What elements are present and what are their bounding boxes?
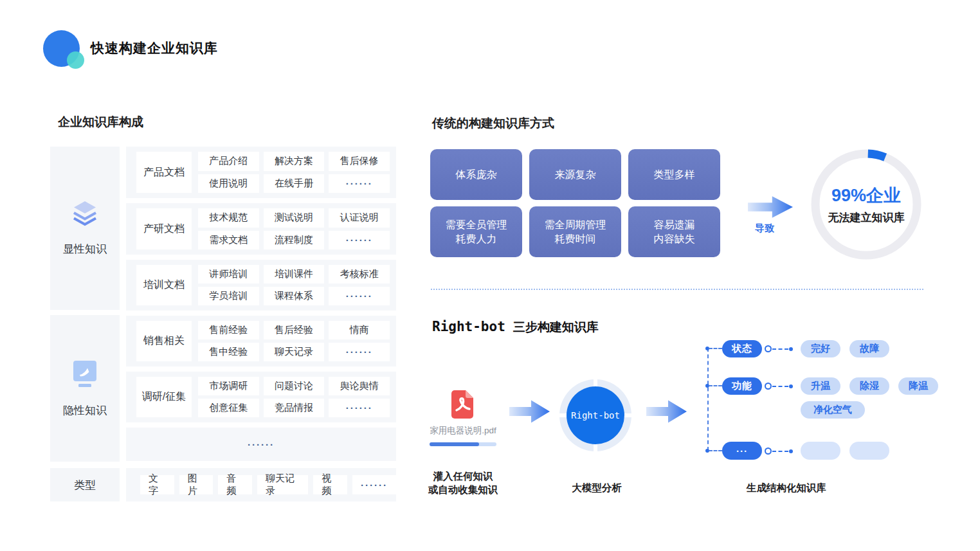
pill-cool: 降温	[898, 377, 938, 395]
kb-cell: 售后经验	[264, 321, 325, 339]
kb-cell: 需求文档	[198, 231, 259, 250]
kb-cell: 测试说明	[264, 208, 325, 228]
kb-cell: 培训课件	[264, 265, 325, 284]
kb-cell: 在线手册	[264, 174, 325, 194]
rightbot-title: Right-bot三步构建知识库	[432, 319, 599, 336]
pill-dehumidify: 除湿	[849, 377, 889, 395]
rightbot-title-en: Right-bot	[432, 319, 505, 334]
branch-connector	[765, 447, 793, 455]
problem-line: 需全周期管理	[545, 218, 606, 232]
kb-cell: 情商	[329, 321, 390, 339]
pill-status-fault: 故障	[849, 340, 889, 357]
kb-cell: 讲师培训	[198, 265, 259, 284]
step-caption-analyze: 大模型分析	[557, 481, 637, 494]
kb-block-sales: 销售相关 售前经验 售后经验 情商 售中经验 聊天记录 ······	[126, 316, 396, 366]
connector-ring-dot	[765, 383, 772, 390]
cause-label: 导致	[755, 222, 774, 235]
cause-arrow-icon	[748, 194, 793, 221]
branch-connector	[765, 345, 793, 352]
problem-line: 耗费人力	[456, 232, 497, 246]
block-cells: 市场调研 问题讨论 舆论舆情 创意征集 竞品情报 ······	[198, 377, 390, 417]
kb-cell: 售后保修	[329, 152, 390, 171]
kb-cell: 创意征集	[198, 399, 259, 417]
tacit-knowledge-column: 隐性知识	[50, 315, 120, 462]
kb-cell: 售前经验	[198, 321, 259, 339]
stat-text: 无法建立知识库	[828, 210, 905, 225]
pill-status-ok: 完好	[801, 340, 840, 357]
type-item: 图片	[179, 475, 213, 494]
kb-cell: 售中经验	[198, 343, 259, 361]
problem-box: 来源复杂	[529, 149, 621, 200]
page-title: 快速构建企业知识库	[91, 39, 218, 57]
pdf-filename: 家用电器说明.pdf	[418, 425, 508, 437]
kb-block-rnd-docs: 产研文档 技术规范 测试说明 认证说明 需求文档 流程制度 ······	[126, 203, 396, 255]
branch-connector	[765, 383, 793, 390]
step-caption-generate: 生成结构化知识库	[743, 481, 830, 494]
kb-cell-more: ······	[329, 231, 390, 250]
kb-cell: 流程制度	[264, 231, 325, 250]
kb-cell: 课程体系	[264, 287, 325, 305]
kb-cell-more: ······	[329, 399, 390, 417]
tree-branch-stub	[709, 348, 722, 349]
type-label: 类型	[74, 478, 96, 492]
problem-box: 需要全员管理 耗费人力	[430, 206, 522, 257]
kb-block-training-docs: 培训文档 讲师培训 培训课件 考核标准 学员培训 课程体系 ······	[126, 260, 396, 311]
problem-box: 需全周期管理 耗费时间	[529, 206, 621, 257]
type-item: 音频	[218, 475, 252, 494]
kb-cell: 技术规范	[198, 208, 259, 228]
kb-cell: 竞品情报	[264, 399, 325, 417]
ingest-caption-line2: 或自动收集知识	[412, 483, 514, 496]
block-cells: 讲师培训 培训课件 考核标准 学员培训 课程体系 ······	[198, 265, 390, 305]
kb-cell: 考核标准	[329, 265, 390, 284]
block-label: 调研/征集	[136, 377, 192, 417]
block-cells: 技术规范 测试说明 认证说明 需求文档 流程制度 ······	[198, 208, 390, 249]
infographic-canvas: 快速构建企业知识库 企业知识库构成 显性知识 隐性知识 类型 产品文档	[0, 0, 980, 551]
branch-tag-function: 功能	[722, 377, 762, 395]
pdf-file-icon	[448, 390, 475, 422]
type-item: 视频	[313, 475, 347, 494]
problem-box: 体系庞杂	[430, 149, 522, 200]
problem-grid: 体系庞杂 来源复杂 类型多样 需要全员管理 耗费人力 需全周期管理 耗费时间 容…	[430, 149, 721, 257]
pill-purify-air: 净化空气	[801, 401, 865, 419]
kb-cell: 产品介绍	[198, 152, 259, 171]
kb-cell: 问题讨论	[264, 377, 325, 395]
stat-donut-text: 99%企业 无法建立知识库	[811, 149, 921, 260]
pdf-progress-fill	[430, 442, 479, 446]
problem-line: 耗费时间	[555, 232, 596, 246]
problem-box: 类型多样	[628, 149, 720, 200]
flow-arrow-icon	[646, 397, 687, 426]
section-divider	[431, 289, 923, 290]
type-item: 文字	[140, 475, 174, 494]
connector-ring-dot	[765, 447, 772, 455]
block-cells: 售前经验 售后经验 情商 售中经验 聊天记录 ······	[198, 321, 390, 361]
empty-pill	[849, 442, 889, 460]
stat-highlight: 99%企业	[831, 184, 901, 207]
tacit-knowledge-label: 隐性知识	[63, 403, 107, 418]
branch-tag-more: ···	[722, 442, 762, 460]
logo-accent-dot	[67, 51, 84, 69]
kb-cell: 聊天记录	[264, 343, 325, 361]
tree-trunk-line	[707, 348, 709, 451]
traditional-title: 传统的构建知识库方式	[432, 115, 554, 132]
block-label: 销售相关	[136, 321, 192, 361]
branch-tag-status: 状态	[722, 340, 762, 357]
flow-arrow-icon	[509, 397, 550, 426]
kb-cell: 舆论舆情	[329, 377, 390, 395]
kb-cell-more: ······	[329, 343, 390, 361]
problem-line: 内容缺失	[654, 232, 695, 246]
monitor-icon	[71, 359, 99, 392]
type-column: 类型	[50, 468, 120, 501]
step-caption-ingest: 灌入任何知识 或自动收集知识	[412, 469, 514, 496]
connector-end-dot	[789, 384, 793, 388]
kb-block-research: 调研/征集 市场调研 问题讨论 舆论舆情 创意征集 竞品情报 ······	[126, 372, 396, 422]
problem-box: 容易遗漏 内容缺失	[628, 206, 720, 257]
block-cells: 产品介绍 解决方案 售后保修 使用说明 在线手册 ······	[198, 152, 390, 193]
pdf-progress-bar	[430, 442, 496, 446]
kb-cell-more: ······	[329, 174, 390, 194]
kb-cell-more: ······	[329, 287, 390, 305]
block-label: 产品文档	[136, 152, 192, 193]
problem-line: 容易遗漏	[654, 218, 695, 232]
connector-ring-dot	[765, 345, 772, 352]
kb-cell: 解决方案	[264, 152, 325, 171]
rightbot-title-zh: 三步构建知识库	[513, 320, 599, 334]
